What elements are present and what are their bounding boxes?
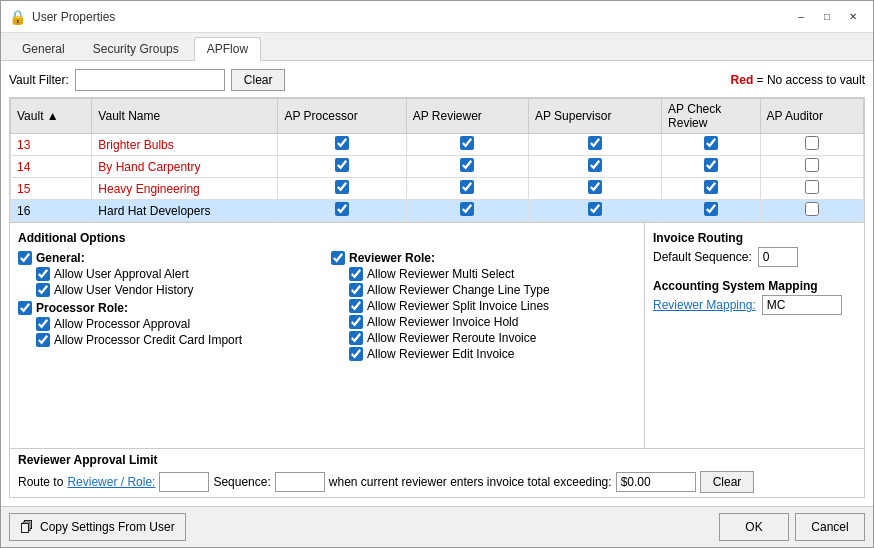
- vault-num: 14: [11, 156, 92, 178]
- vault-table-container: Vault ▲ Vault Name AP Processor AP Revie…: [10, 98, 864, 223]
- reviewer-split-invoice-label: Allow Reviewer Split Invoice Lines: [367, 299, 549, 313]
- table-row[interactable]: 13 Brighter Bulbs: [11, 134, 864, 156]
- reviewer-role-label: Reviewer Role:: [349, 251, 435, 265]
- tab-general[interactable]: General: [9, 37, 78, 60]
- copy-icon: 🗍: [20, 519, 34, 535]
- ap-auditor-cell[interactable]: [760, 200, 863, 222]
- option-allow-user-approval-alert: Allow User Approval Alert: [18, 267, 323, 281]
- tab-security-groups[interactable]: Security Groups: [80, 37, 192, 60]
- tab-apflow[interactable]: APFlow: [194, 37, 261, 61]
- reviewer-role-input[interactable]: [159, 472, 209, 492]
- ap-check-review-cell[interactable]: [662, 156, 760, 178]
- allow-user-approval-alert-cb[interactable]: [36, 267, 50, 281]
- ap-reviewer-cell[interactable]: [406, 156, 528, 178]
- ap-supervisor-cell[interactable]: [528, 156, 661, 178]
- default-sequence-row: Default Sequence:: [653, 247, 856, 267]
- options-left-col: General: Allow User Approval Alert Allow…: [18, 251, 323, 363]
- ap-check-review-cell[interactable]: [662, 134, 760, 156]
- default-sequence-input[interactable]: [758, 247, 798, 267]
- ap-supervisor-cell[interactable]: [528, 178, 661, 200]
- option-reviewer-split-invoice: Allow Reviewer Split Invoice Lines: [331, 299, 636, 313]
- ap-supervisor-cell[interactable]: [528, 134, 661, 156]
- sequence-input[interactable]: [275, 472, 325, 492]
- allow-user-vendor-history-cb[interactable]: [36, 283, 50, 297]
- allow-processor-approval-cb[interactable]: [36, 317, 50, 331]
- vault-name: Brighter Bulbs: [92, 134, 278, 156]
- cancel-button[interactable]: Cancel: [795, 513, 865, 541]
- legend-desc: = No access to vault: [753, 73, 865, 87]
- allow-processor-credit-card-label: Allow Processor Credit Card Import: [54, 333, 242, 347]
- red-legend: Red = No access to vault: [731, 73, 865, 87]
- additional-options-panel: Additional Options General: Allow Us: [10, 223, 644, 448]
- table-row[interactable]: 14 By Hand Carpentry: [11, 156, 864, 178]
- reviewer-reroute-invoice-label: Allow Reviewer Reroute Invoice: [367, 331, 536, 345]
- main-content: Vault Filter: Clear Red = No access to v…: [1, 61, 873, 506]
- tab-bar: General Security Groups APFlow: [1, 33, 873, 61]
- processor-role-label: Processor Role:: [36, 301, 128, 315]
- reviewer-role-checkbox[interactable]: [331, 251, 345, 265]
- general-checkbox[interactable]: [18, 251, 32, 265]
- col-ap-processor: AP Processor: [278, 99, 406, 134]
- reviewer-mapping-link[interactable]: Reviewer Mapping:: [653, 298, 756, 312]
- accounting-mapping-title: Accounting System Mapping: [653, 279, 856, 293]
- ok-cancel-group: OK Cancel: [719, 513, 865, 541]
- reviewer-mapping-input[interactable]: [762, 295, 842, 315]
- close-button[interactable]: ✕: [841, 7, 865, 27]
- invoice-routing-section: Invoice Routing Default Sequence:: [653, 231, 856, 271]
- allow-processor-credit-card-cb[interactable]: [36, 333, 50, 347]
- reviewer-multi-select-cb[interactable]: [349, 267, 363, 281]
- allow-user-vendor-history-label: Allow User Vendor History: [54, 283, 193, 297]
- col-ap-auditor: AP Auditor: [760, 99, 863, 134]
- allow-processor-approval-label: Allow Processor Approval: [54, 317, 190, 331]
- when-label: when current reviewer enters invoice tot…: [329, 475, 612, 489]
- col-ap-supervisor: AP Supervisor: [528, 99, 661, 134]
- copy-settings-label: Copy Settings From User: [40, 520, 175, 534]
- reviewer-role-link[interactable]: Reviewer / Role:: [67, 475, 155, 489]
- ap-auditor-cell[interactable]: [760, 178, 863, 200]
- ap-reviewer-cell[interactable]: [406, 178, 528, 200]
- ap-processor-cell[interactable]: [278, 200, 406, 222]
- ap-auditor-cell[interactable]: [760, 134, 863, 156]
- ap-reviewer-cell[interactable]: [406, 200, 528, 222]
- option-reviewer-invoice-hold: Allow Reviewer Invoice Hold: [331, 315, 636, 329]
- general-group-label: General:: [18, 251, 323, 265]
- right-panel: Invoice Routing Default Sequence: Accoun…: [644, 223, 864, 448]
- maximize-button[interactable]: □: [815, 7, 839, 27]
- reviewer-change-line-type-cb[interactable]: [349, 283, 363, 297]
- option-reviewer-edit-invoice: Allow Reviewer Edit Invoice: [331, 347, 636, 361]
- processor-role-checkbox[interactable]: [18, 301, 32, 315]
- ap-check-review-cell[interactable]: [662, 200, 760, 222]
- vault-name: Hard Hat Developers: [92, 200, 278, 222]
- ap-processor-cell[interactable]: [278, 178, 406, 200]
- vault-filter-bar: Vault Filter: Clear Red = No access to v…: [9, 69, 865, 91]
- reviewer-split-invoice-cb[interactable]: [349, 299, 363, 313]
- amount-input[interactable]: [616, 472, 696, 492]
- table-row[interactable]: 16 Hard Hat Developers: [11, 200, 864, 222]
- vault-table: Vault ▲ Vault Name AP Processor AP Revie…: [10, 98, 864, 222]
- option-allow-processor-approval: Allow Processor Approval: [18, 317, 323, 331]
- window-icon: 🔒: [9, 9, 26, 25]
- vault-filter-input[interactable]: [75, 69, 225, 91]
- minimize-button[interactable]: –: [789, 7, 813, 27]
- ap-reviewer-cell[interactable]: [406, 134, 528, 156]
- ok-button[interactable]: OK: [719, 513, 789, 541]
- col-vault[interactable]: Vault ▲: [11, 99, 92, 134]
- vault-name: By Hand Carpentry: [92, 156, 278, 178]
- ap-auditor-cell[interactable]: [760, 156, 863, 178]
- table-row[interactable]: 15 Heavy Engineering: [11, 178, 864, 200]
- reviewer-reroute-invoice-cb[interactable]: [349, 331, 363, 345]
- reviewer-edit-invoice-cb[interactable]: [349, 347, 363, 361]
- option-allow-user-vendor-history: Allow User Vendor History: [18, 283, 323, 297]
- col-ap-reviewer: AP Reviewer: [406, 99, 528, 134]
- reviewer-approval-clear-button[interactable]: Clear: [700, 471, 755, 493]
- copy-settings-button[interactable]: 🗍 Copy Settings From User: [9, 513, 186, 541]
- ap-processor-cell[interactable]: [278, 156, 406, 178]
- vault-num: 16: [11, 200, 92, 222]
- reviewer-invoice-hold-cb[interactable]: [349, 315, 363, 329]
- vault-filter-clear-button[interactable]: Clear: [231, 69, 286, 91]
- allow-user-approval-alert-label: Allow User Approval Alert: [54, 267, 189, 281]
- options-columns: General: Allow User Approval Alert Allow…: [18, 251, 636, 363]
- ap-supervisor-cell[interactable]: [528, 200, 661, 222]
- ap-processor-cell[interactable]: [278, 134, 406, 156]
- ap-check-review-cell[interactable]: [662, 178, 760, 200]
